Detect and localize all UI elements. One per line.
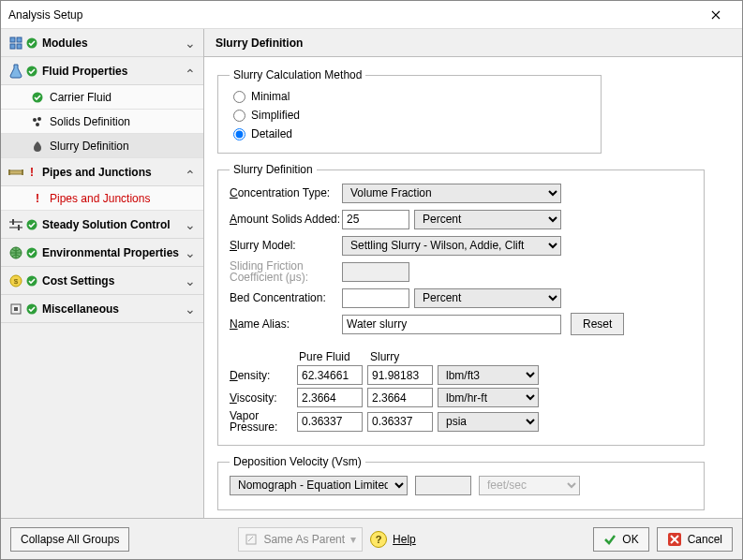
dialog-body: Modules Fluid Properties Carrier Fluid	[1, 29, 742, 518]
sidebar-group-pipes-junctions[interactable]: ! Pipes and Junctions	[1, 158, 203, 186]
close-icon	[711, 10, 721, 20]
svg-rect-26	[246, 535, 256, 544]
analysis-setup-window: Analysis Setup Modules	[0, 0, 743, 560]
same-as-parent-label: Same As Parent	[263, 533, 345, 546]
sidebar-item-label: Pipes and Junctions	[46, 192, 150, 205]
amount-solids-input[interactable]	[342, 210, 409, 229]
radio-simplified[interactable]	[233, 110, 245, 122]
viscosity-unit-select[interactable]: lbm/hr-ft	[438, 388, 539, 407]
chevron-down-icon	[183, 246, 198, 259]
sidebar-group-cost-settings[interactable]: $ Cost Settings	[1, 267, 203, 295]
sidebar-group-label: Pipes and Junctions	[38, 166, 183, 179]
check-icon	[29, 92, 46, 103]
concentration-type-label: Concentration Type:	[230, 186, 342, 199]
name-alias-input[interactable]	[342, 315, 561, 334]
bed-concentration-label: Bed Concentration:	[230, 291, 342, 304]
svg-rect-14	[9, 227, 22, 228]
check-icon	[25, 247, 38, 258]
window-title: Analysis Setup	[8, 8, 697, 22]
sidebar-group-steady-solution[interactable]: Steady Solution Control	[1, 211, 203, 239]
slurry-model-select[interactable]: Settling Slurry - Wilson, Addie, Clift	[342, 236, 561, 256]
collapse-all-button[interactable]: Collapse All Groups	[10, 527, 129, 552]
sidebar-group-fluid-properties[interactable]: Fluid Properties	[1, 57, 203, 85]
svg-rect-13	[9, 221, 22, 223]
sidebar-item-label: Solids Definition	[46, 115, 130, 128]
svg-rect-1	[17, 37, 22, 42]
chevron-down-icon	[183, 302, 198, 316]
warning-icon: !	[29, 192, 46, 205]
sidebar-item-pipes-junctions[interactable]: ! Pipes and Junctions	[1, 186, 203, 211]
cancel-label: Cancel	[688, 533, 722, 546]
density-slurry-input[interactable]	[367, 365, 433, 385]
radio-detailed[interactable]	[233, 128, 245, 140]
group-calc-method: Slurry Calculation Method Minimal Simpli…	[217, 68, 602, 154]
help-button[interactable]: ? Help	[370, 527, 416, 552]
sidebar-item-carrier-fluid[interactable]: Carrier Fluid	[1, 85, 203, 110]
name-alias-label: Name Alias:	[230, 317, 342, 331]
ok-button[interactable]: OK	[593, 527, 648, 552]
radio-minimal-row: Minimal	[230, 87, 589, 106]
viscosity-label: Viscosity:	[230, 391, 297, 405]
concentration-type-select[interactable]: Volume Fraction	[342, 184, 561, 203]
density-label: Density:	[230, 369, 297, 382]
check-icon	[25, 275, 38, 287]
svg-rect-16	[18, 225, 20, 230]
group-legend: Deposition Velocity (Vsm)	[230, 455, 365, 468]
svg-rect-12	[22, 169, 23, 175]
edit-icon	[245, 533, 258, 546]
check-icon	[25, 37, 38, 49]
chevron-up-icon	[183, 65, 198, 78]
check-icon	[25, 303, 38, 315]
sidebar-item-slurry-definition[interactable]: Slurry Definition	[1, 134, 203, 158]
sliding-friction-label: Sliding Friction Coefficient (μs):	[230, 260, 342, 283]
sidebar-group-label: Steady Solution Control	[38, 218, 183, 231]
sidebar-group-modules[interactable]: Modules	[1, 29, 203, 57]
radio-detailed-row: Detailed	[230, 125, 589, 143]
density-pure-input[interactable]	[297, 365, 363, 385]
chevron-down-icon	[183, 274, 198, 287]
density-unit-select[interactable]: lbm/ft3	[438, 365, 539, 385]
vapor-unit-select[interactable]: psia	[438, 412, 539, 432]
svg-rect-3	[17, 44, 22, 49]
amount-solids-label: Amount Solids Added:	[230, 213, 342, 226]
sidebar-group-label: Miscellaneous	[38, 302, 183, 316]
bed-concentration-input[interactable]	[342, 288, 409, 308]
sidebar-group-miscellaneous[interactable]: Miscellaneous	[1, 295, 203, 323]
solids-icon	[29, 116, 46, 127]
vapor-pressure-label: VaporPressure:	[230, 410, 297, 433]
same-as-parent-dropdown[interactable]: Same As Parent ▾	[238, 527, 363, 552]
viscosity-slurry-input[interactable]	[367, 388, 433, 407]
svg-text:$: $	[14, 277, 19, 286]
bed-concentration-unit-select[interactable]: Percent	[414, 288, 561, 308]
radio-label: Detailed	[251, 127, 292, 140]
vapor-pure-input[interactable]	[297, 412, 363, 432]
sidebar-item-solids-definition[interactable]: Solids Definition	[1, 110, 203, 134]
close-button[interactable]	[697, 3, 735, 27]
svg-rect-0	[10, 37, 15, 42]
titlebar: Analysis Setup	[1, 1, 742, 29]
amount-solids-unit-select[interactable]: Percent	[414, 210, 561, 229]
viscosity-pure-input[interactable]	[297, 388, 363, 407]
sidebar-group-label: Modules	[38, 37, 183, 50]
sliding-friction-input	[342, 262, 409, 282]
svg-rect-2	[10, 44, 15, 49]
radio-minimal[interactable]	[233, 91, 245, 103]
globe-icon	[7, 246, 25, 259]
svg-rect-10	[9, 170, 22, 174]
modules-icon	[7, 37, 25, 50]
check-icon	[603, 533, 617, 546]
content: Slurry Definition Slurry Calculation Met…	[204, 29, 742, 518]
deposition-method-select[interactable]: Nomograph - Equation Limited	[230, 476, 408, 495]
reset-button[interactable]: Reset	[571, 313, 624, 335]
svg-point-8	[37, 117, 41, 121]
svg-point-7	[33, 118, 37, 122]
sidebar-group-environmental[interactable]: Environmental Properties	[1, 239, 203, 267]
chevron-up-icon	[183, 166, 198, 179]
svg-rect-24	[14, 307, 18, 311]
cancel-button[interactable]: Cancel	[657, 527, 733, 552]
vapor-slurry-input[interactable]	[367, 412, 433, 432]
sidebar-group-label: Cost Settings	[38, 274, 183, 287]
radio-label: Minimal	[251, 90, 290, 103]
group-slurry-definition: Slurry Definition Concentration Type: Vo…	[217, 163, 705, 446]
check-icon	[25, 66, 38, 77]
